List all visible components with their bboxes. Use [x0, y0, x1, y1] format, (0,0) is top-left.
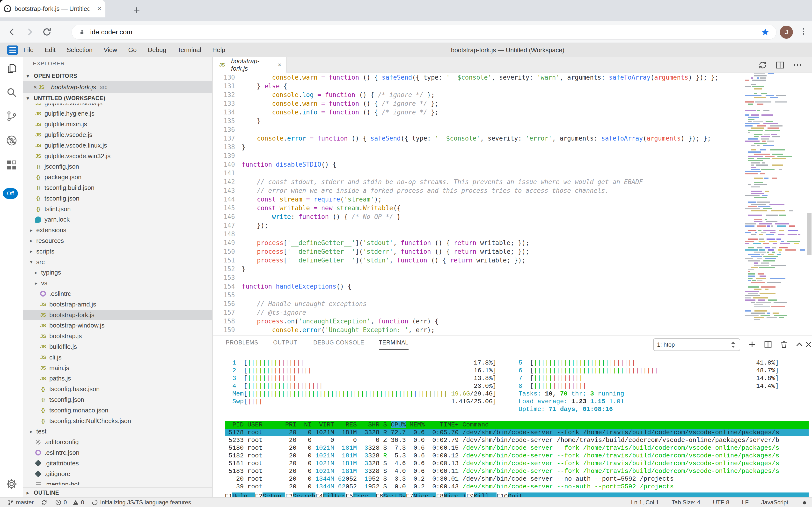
- close-panel-icon[interactable]: [804, 340, 812, 349]
- search-icon[interactable]: [5, 86, 18, 99]
- kill-terminal-icon[interactable]: [779, 340, 789, 349]
- split-terminal-icon[interactable]: [763, 340, 772, 349]
- workspace-header[interactable]: ▾ UNTITLED (WORKSPACE): [23, 93, 213, 104]
- tree-item-gulpfile.vscode.win32.js[interactable]: JSgulpfile.vscode.win32.js: [23, 151, 212, 161]
- menu-item-help[interactable]: Help: [207, 46, 231, 54]
- tree-item-jsconfig.json[interactable]: {}jsconfig.json: [23, 161, 212, 172]
- tree-item-main.js[interactable]: JSmain.js: [23, 362, 212, 373]
- menu-item-debug[interactable]: Debug: [142, 46, 172, 54]
- tree-item-paths.js[interactable]: JSpaths.js: [23, 373, 212, 384]
- forward-icon[interactable]: [24, 26, 35, 37]
- address-bar[interactable]: ide.coder.com: [72, 25, 776, 40]
- sync-icon[interactable]: [758, 60, 768, 70]
- tree-item-gulpfile.mixin.js[interactable]: JSgulpfile.mixin.js: [23, 119, 212, 130]
- app-logo-icon[interactable]: [7, 46, 18, 55]
- problems-item[interactable]: 0 0: [55, 499, 84, 506]
- tab-close-icon[interactable]: ×: [97, 5, 102, 13]
- new-tab-button[interactable]: [132, 5, 141, 15]
- tree-item-tsconfig.strictNullChecks.json[interactable]: {}tsconfig.strictNullChecks.json: [23, 415, 212, 426]
- status-cursor-position[interactable]: Ln 1, Col 1: [631, 499, 659, 506]
- status-eol[interactable]: LF: [742, 499, 749, 506]
- menu-item-edit[interactable]: Edit: [39, 46, 61, 54]
- minimap[interactable]: [744, 72, 806, 326]
- status-encoding[interactable]: UTF-8: [713, 499, 729, 506]
- minimap-line: [745, 117, 804, 118]
- tree-item-tsconfig.monaco.json[interactable]: {}tsconfig.monaco.json: [23, 405, 212, 415]
- tree-item-bootstrap-amd.js[interactable]: JSbootstrap-amd.js: [23, 299, 212, 309]
- tree-item-tslint.json[interactable]: {}tslint.json: [23, 204, 212, 214]
- menu-item-file[interactable]: File: [18, 46, 39, 54]
- tree-item-test[interactable]: ▸test: [23, 426, 212, 437]
- tree-item-gulpfile.hygiene.js[interactable]: JSgulpfile.hygiene.js: [23, 108, 212, 119]
- terminal-line: PID USER PRI NI VIRT RES SHR S CPU% MEM%…: [225, 421, 809, 429]
- tree-item-yarn.lock[interactable]: yarn.lock: [23, 214, 212, 225]
- panel-tab-terminal[interactable]: TERMINAL: [379, 339, 409, 350]
- maximize-panel-icon[interactable]: [795, 340, 804, 349]
- tree-item-buildfile.js[interactable]: JSbuildfile.js: [23, 341, 212, 352]
- tree-item-.gitattributes[interactable]: .gitattributes: [23, 458, 212, 468]
- tree-item-package.json[interactable]: {}package.json: [23, 172, 212, 183]
- tree-item-src[interactable]: ▾src: [23, 257, 212, 267]
- tree-item-tsconfig.build.json[interactable]: {}tsconfig.build.json: [23, 182, 212, 193]
- language-status-item[interactable]: Initializing JS/TS language features: [91, 499, 191, 506]
- tree-item-gulpfile.vscode.js[interactable]: JSgulpfile.vscode.js: [23, 129, 212, 140]
- tree-item-gulpfile.vscode.linux.js[interactable]: JSgulpfile.vscode.linux.js: [23, 140, 212, 151]
- explorer-icon[interactable]: [5, 62, 18, 74]
- menu-item-selection[interactable]: Selection: [61, 46, 98, 54]
- tree-item-extensions[interactable]: ▸extensions: [23, 225, 212, 236]
- browser-menu-icon[interactable]: [799, 27, 808, 36]
- bell-icon[interactable]: [801, 499, 808, 506]
- tree-item-.editorconfig[interactable]: .editorconfig: [23, 437, 212, 448]
- new-terminal-icon[interactable]: [747, 340, 757, 349]
- menu-item-terminal[interactable]: Terminal: [172, 46, 207, 54]
- more-actions-icon[interactable]: [793, 60, 803, 70]
- terminal-select[interactable]: 1: htop: [653, 338, 740, 351]
- settings-gear-icon[interactable]: [5, 478, 18, 490]
- tree-item-tsconfig.base.json[interactable]: {}tsconfig.base.json: [23, 384, 212, 395]
- source-control-icon[interactable]: [5, 110, 18, 123]
- open-editors-header[interactable]: ▾ OPEN EDITORS: [23, 71, 213, 81]
- tree-item-.gitignore[interactable]: .gitignore: [23, 468, 212, 479]
- editor-tab[interactable]: JS bootstrap-fork.js ×: [213, 57, 287, 72]
- minimap-line: [745, 254, 804, 255]
- menu-item-go[interactable]: Go: [123, 46, 142, 54]
- open-editor-item[interactable]: × JS bootstrap-fork.js src: [23, 81, 212, 93]
- bookmark-star-icon[interactable]: [761, 27, 770, 37]
- tree-item-.mention-bot[interactable]: .mention-bot: [23, 479, 212, 485]
- tab-close-icon[interactable]: ×: [278, 61, 282, 69]
- debug-disabled-icon[interactable]: [5, 134, 18, 147]
- status-badge[interactable]: Off: [3, 188, 18, 199]
- reload-icon[interactable]: [42, 26, 52, 37]
- back-icon[interactable]: [7, 26, 17, 37]
- branch-item[interactable]: master: [7, 499, 34, 506]
- status-language[interactable]: JavaScript: [761, 499, 788, 506]
- tree-item-gulpfile.extensions.js[interactable]: JSgulpfile.extensions.js: [23, 104, 212, 108]
- panel-tab-output[interactable]: OUTPUT: [273, 339, 297, 349]
- minimap-line: [745, 152, 804, 153]
- editor-scrollbar[interactable]: [807, 213, 812, 255]
- tree-item-scripts[interactable]: ▸scripts: [23, 246, 212, 257]
- avatar[interactable]: J: [780, 25, 793, 39]
- tree-item-tsconfig.json[interactable]: {}tsconfig.json: [23, 193, 212, 204]
- outline-header[interactable]: ▸ OUTLINE: [23, 487, 212, 497]
- status-tab-size[interactable]: Tab Size: 4: [672, 499, 700, 506]
- panel-tab-debug-console[interactable]: DEBUG CONSOLE: [313, 339, 364, 349]
- tree-item-.eslintrc.json[interactable]: .eslintrc.json: [23, 447, 212, 458]
- extensions-icon[interactable]: [5, 159, 18, 171]
- tree-item-.eslintrc[interactable]: .eslintrc: [23, 288, 212, 299]
- tree-item-bootstrap-window.js[interactable]: JSbootstrap-window.js: [23, 320, 212, 331]
- tree-item-cli.js[interactable]: JScli.js: [23, 352, 212, 362]
- split-editor-icon[interactable]: [775, 60, 785, 70]
- menu-item-view[interactable]: View: [98, 46, 123, 54]
- sync-item[interactable]: [41, 499, 48, 506]
- tree-item-typings[interactable]: ▸typings: [23, 267, 212, 278]
- browser-tab[interactable]: bootstrap-fork.js — Untitled (W ×: [0, 0, 106, 17]
- close-icon[interactable]: ×: [34, 83, 37, 91]
- tree-item-bootstrap.js[interactable]: JSbootstrap.js: [23, 331, 212, 342]
- code-editor[interactable]: 130 console.warn = function () { safeSen…: [213, 72, 812, 335]
- tree-item-bootstrap-fork.js[interactable]: JSbootstrap-fork.js: [23, 309, 212, 320]
- panel-tab-problems[interactable]: PROBLEMS: [226, 339, 258, 349]
- tree-item-vs[interactable]: ▸vs: [23, 278, 212, 289]
- tree-item-resources[interactable]: ▸resources: [23, 235, 212, 246]
- tree-item-tsconfig.json[interactable]: {}tsconfig.json: [23, 394, 212, 405]
